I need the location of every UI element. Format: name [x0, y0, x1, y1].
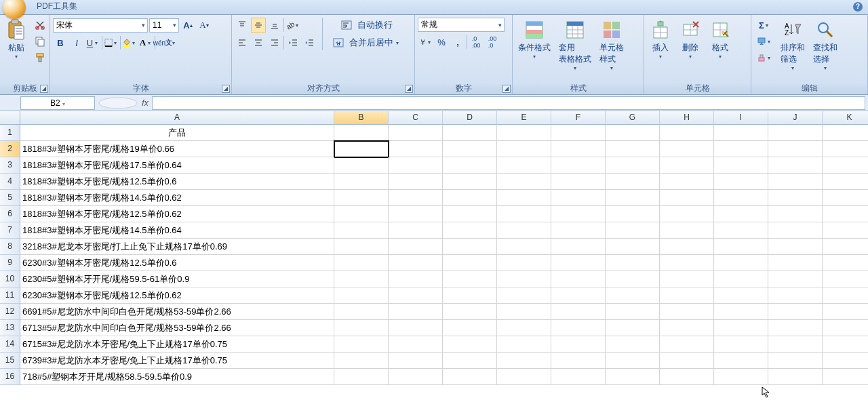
cell-I6[interactable] [714, 206, 768, 222]
cell-H7[interactable] [660, 222, 714, 239]
cell-E6[interactable] [497, 206, 551, 222]
cell-J9[interactable] [768, 255, 823, 271]
autosum-button[interactable]: Σ▾ [754, 18, 775, 33]
cell-G3[interactable] [606, 157, 660, 174]
cell-J10[interactable] [768, 271, 823, 287]
cell-K13[interactable] [823, 320, 868, 336]
cell-H14[interactable] [660, 336, 714, 353]
cell-J12[interactable] [768, 304, 823, 320]
sort-filter-button[interactable]: AZ 排序和 筛选▾ [778, 18, 808, 73]
cell-A4[interactable]: 1818#3#塑钢本牙密尾/规格12.5单价0.6 [20, 174, 334, 190]
cell-D2[interactable] [443, 141, 497, 157]
cell-B11[interactable] [334, 287, 389, 304]
cell-I2[interactable] [714, 141, 768, 157]
cell-I11[interactable] [714, 287, 768, 304]
cell-A16[interactable]: 718#5#塑钢本牙开尾/规格58.5-59.5单价0.9 [20, 369, 334, 385]
row-header-8[interactable]: 8 [0, 239, 20, 255]
cell-D10[interactable] [443, 271, 497, 287]
cell-H9[interactable] [660, 255, 714, 271]
increase-indent-button[interactable] [302, 35, 317, 50]
font-family-combo[interactable]: 宋体 [53, 18, 148, 33]
fx-icon[interactable]: fx [138, 98, 152, 108]
name-box[interactable]: B2 ▾ [20, 96, 95, 110]
cell-E13[interactable] [497, 320, 551, 336]
clipboard-launcher[interactable]: ◢ [40, 85, 48, 93]
clear-button[interactable]: ▾ [754, 50, 775, 65]
cell-A12[interactable]: 6691#5#尼龙防水中间印白色开尾/规格53-59单价2.66 [20, 304, 334, 320]
cell-K1[interactable] [823, 125, 868, 141]
cell-K11[interactable] [823, 287, 868, 304]
cell-I4[interactable] [714, 174, 768, 190]
cell-D13[interactable] [443, 320, 497, 336]
cell-J14[interactable] [768, 336, 823, 353]
cell-B1[interactable] [334, 125, 389, 141]
cell-H5[interactable] [660, 190, 714, 206]
cell-F14[interactable] [551, 336, 606, 353]
cell-A13[interactable]: 6713#5#尼龙防水中间印白色开尾/规格53-59单价2.66 [20, 320, 334, 336]
cell-B12[interactable] [334, 304, 389, 320]
cell-C1[interactable] [389, 125, 443, 141]
cell-D8[interactable] [443, 239, 497, 255]
cell-H11[interactable] [660, 287, 714, 304]
underline-button[interactable]: U▾ [85, 35, 100, 50]
cell-E4[interactable] [497, 174, 551, 190]
cell-B7[interactable] [334, 222, 389, 239]
row-header-14[interactable]: 14 [0, 336, 20, 353]
cell-J13[interactable] [768, 320, 823, 336]
cell-C5[interactable] [389, 190, 443, 206]
cell-G2[interactable] [606, 141, 660, 157]
cell-B5[interactable] [334, 190, 389, 206]
cell-B3[interactable] [334, 157, 389, 174]
accounting-format-button[interactable]: ￥▾ [418, 35, 433, 49]
cut-button[interactable] [33, 18, 47, 33]
row-header-5[interactable]: 5 [0, 190, 20, 206]
cell-A8[interactable]: 3218#3#尼龙本牙密尾/打上止免下止规格17单价0.69 [20, 239, 334, 255]
italic-button[interactable]: I [69, 35, 84, 50]
cell-F15[interactable] [551, 353, 606, 369]
align-right-button[interactable] [267, 35, 282, 50]
cell-D3[interactable] [443, 157, 497, 174]
cell-E5[interactable] [497, 190, 551, 206]
cell-B15[interactable] [334, 353, 389, 369]
cell-C10[interactable] [389, 271, 443, 287]
cell-K3[interactable] [823, 157, 868, 174]
cell-G14[interactable] [606, 336, 660, 353]
row-header-16[interactable]: 16 [0, 369, 20, 385]
cell-I7[interactable] [714, 222, 768, 239]
cell-A2[interactable]: 1818#3#塑钢本牙密尾/规格19单价0.66 [20, 141, 334, 157]
cell-F1[interactable] [551, 125, 606, 141]
cell-F16[interactable] [551, 369, 606, 385]
cell-F10[interactable] [551, 271, 606, 287]
cell-I12[interactable] [714, 304, 768, 320]
cell-E11[interactable] [497, 287, 551, 304]
cell-E7[interactable] [497, 222, 551, 239]
cell-G10[interactable] [606, 271, 660, 287]
decrease-font-button[interactable]: A▾ [197, 18, 212, 33]
cell-C6[interactable] [389, 206, 443, 222]
cell-C4[interactable] [389, 174, 443, 190]
bold-button[interactable]: B [53, 35, 68, 50]
cell-F2[interactable] [551, 141, 606, 157]
cell-G15[interactable] [606, 353, 660, 369]
cell-K12[interactable] [823, 304, 868, 320]
cell-F5[interactable] [551, 190, 606, 206]
font-size-combo[interactable]: 11 [149, 18, 179, 33]
cell-C13[interactable] [389, 320, 443, 336]
cell-A11[interactable]: 6230#3#塑钢本牙密尾/规格12.5单价0.62 [20, 287, 334, 304]
cell-F4[interactable] [551, 174, 606, 190]
cell-B14[interactable] [334, 336, 389, 353]
cell-G13[interactable] [606, 320, 660, 336]
format-cells-button[interactable]: 格式▾ [707, 18, 734, 61]
cell-H4[interactable] [660, 174, 714, 190]
cell-F7[interactable] [551, 222, 606, 239]
cell-G7[interactable] [606, 222, 660, 239]
increase-decimal-button[interactable]: .0.00 [469, 35, 484, 49]
wrap-text-button[interactable]: 自动换行 [328, 18, 406, 33]
formula-expand-icon[interactable] [98, 97, 138, 109]
cell-D15[interactable] [443, 353, 497, 369]
cell-E15[interactable] [497, 353, 551, 369]
phonetic-button[interactable]: wén文▾ [157, 35, 172, 50]
cell-G11[interactable] [606, 287, 660, 304]
row-header-11[interactable]: 11 [0, 287, 20, 304]
cell-D6[interactable] [443, 206, 497, 222]
